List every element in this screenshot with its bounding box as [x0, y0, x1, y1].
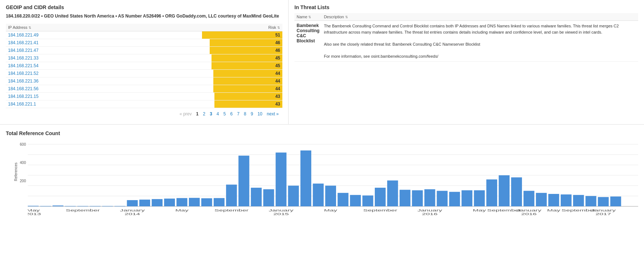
x-axis-label: January2017	[591, 208, 616, 215]
chart-bar[interactable]	[313, 183, 324, 206]
chart-title: Total Reference Count	[6, 130, 638, 136]
risk-cell: 45	[188, 54, 282, 62]
risk-sort-icon[interactable]: ⇅	[277, 26, 280, 30]
page-3[interactable]: 3	[208, 111, 214, 117]
ip-cell[interactable]: 184.168.221.47	[6, 46, 188, 54]
chart-bar[interactable]	[350, 195, 361, 206]
risk-bar: 44	[213, 70, 282, 77]
ip-cell[interactable]: 184.168.221.54	[6, 62, 188, 69]
threat-name-sort-icon[interactable]: ⇅	[308, 15, 311, 19]
ip-cell[interactable]: 184.168.221.33	[6, 54, 188, 62]
chart-bar[interactable]	[115, 206, 126, 206]
chart-bar[interactable]	[610, 196, 621, 206]
chart-bar[interactable]	[375, 188, 386, 206]
chart-bar[interactable]	[523, 191, 534, 206]
geo-info: 184.168.220.0/22 • GEO United States Nor…	[6, 13, 282, 19]
ip-cell[interactable]: 184.168.221.15	[6, 92, 188, 100]
ip-cell[interactable]: 184.168.221.49	[6, 31, 188, 39]
chart-bar[interactable]	[486, 179, 497, 206]
page-6[interactable]: 6	[229, 111, 234, 117]
ip-cell[interactable]: 184.168.221.36	[6, 77, 188, 85]
chart-bar[interactable]	[65, 206, 76, 206]
next-page[interactable]: next »	[265, 111, 280, 117]
chart-bar[interactable]	[288, 186, 299, 206]
chart-bar[interactable]	[412, 190, 423, 206]
chart-bar[interactable]	[53, 206, 64, 206]
risk-bar: 51	[202, 31, 282, 39]
chart-bar[interactable]	[276, 152, 287, 206]
chart-bar[interactable]	[462, 190, 473, 206]
chart-bar[interactable]	[40, 206, 51, 206]
chart-bar[interactable]	[400, 190, 411, 206]
risk-cell: 44	[188, 77, 282, 85]
chart-bar[interactable]	[239, 156, 249, 206]
page-10[interactable]: 10	[256, 111, 264, 117]
threat-panel: In Threat Lists Name ⇅ Description ⇅	[289, 0, 644, 124]
threat-desc-sort-icon[interactable]: ⇅	[345, 15, 348, 19]
chart-bar[interactable]	[561, 194, 572, 206]
chart-bar[interactable]	[102, 206, 113, 206]
x-axis-label: May	[324, 208, 338, 212]
chart-bar[interactable]	[201, 198, 212, 206]
ip-table-row: 184.168.221.3644	[6, 77, 282, 85]
chart-bar[interactable]	[263, 189, 274, 206]
chart-bar[interactable]	[226, 184, 237, 206]
threat-panel-title: In Threat Lists	[294, 4, 638, 10]
main-container: GEOIP and CIDR details 184.168.220.0/22 …	[0, 0, 644, 224]
chart-bar[interactable]	[511, 177, 522, 206]
risk-header: Risk ⇅	[188, 24, 282, 31]
chart-bar[interactable]	[300, 150, 311, 206]
chart-bar[interactable]	[189, 198, 200, 206]
chart-bar[interactable]	[362, 195, 373, 206]
threat-description-cell: The Bambenek Consulting Command and Cont…	[322, 21, 638, 62]
chart-bar[interactable]	[325, 186, 336, 206]
x-axis-label: September	[487, 208, 521, 212]
chart-bar[interactable]	[338, 193, 348, 206]
prev-page[interactable]: « prev	[178, 111, 193, 117]
ip-table-row: 184.168.221.143	[6, 100, 282, 108]
chart-bar[interactable]	[548, 194, 559, 206]
chart-bar[interactable]	[176, 198, 187, 206]
y-axis-container: References 600 400 200	[6, 141, 28, 217]
chart-bar[interactable]	[164, 199, 175, 206]
page-4[interactable]: 4	[215, 111, 221, 117]
ip-cell[interactable]: 184.168.221.41	[6, 39, 188, 46]
chart-bar[interactable]	[387, 180, 398, 206]
ip-cell[interactable]: 184.168.221.52	[6, 69, 188, 77]
chart-bar[interactable]	[499, 175, 510, 206]
risk-cell: 51	[188, 31, 282, 39]
x-axis-label: January2016	[418, 208, 443, 215]
risk-cell: 43	[188, 100, 282, 108]
risk-bar: 44	[213, 85, 282, 92]
chart-bar[interactable]	[437, 191, 448, 206]
ip-sort-icon[interactable]: ⇅	[28, 26, 31, 30]
chart-bar[interactable]	[214, 198, 225, 206]
chart-bar[interactable]	[77, 206, 88, 206]
chart-bar[interactable]	[474, 190, 485, 206]
page-2[interactable]: 2	[201, 111, 207, 117]
chart-bar[interactable]	[449, 192, 460, 206]
chart-bar[interactable]	[127, 200, 138, 206]
ip-cell[interactable]: 184.168.221.56	[6, 85, 188, 92]
x-axis-label: September	[561, 208, 595, 212]
ip-cell[interactable]: 184.168.221.1	[6, 100, 188, 108]
chart-bar[interactable]	[251, 188, 262, 206]
ip-table-row: 184.168.221.4746	[6, 46, 282, 54]
page-5[interactable]: 5	[222, 111, 228, 117]
page-7[interactable]: 7	[236, 111, 241, 117]
threat-table-row: BambenekConsultingC&CBlocklistThe Bamben…	[294, 21, 638, 62]
chart-bar[interactable]	[139, 199, 150, 206]
chart-bar[interactable]	[90, 206, 101, 206]
page-9[interactable]: 9	[249, 111, 255, 117]
chart-bar[interactable]	[424, 189, 435, 206]
x-axis-label: May	[175, 208, 189, 212]
page-8[interactable]: 8	[243, 111, 248, 117]
chart-bar[interactable]	[586, 196, 597, 206]
chart-bar[interactable]	[536, 193, 547, 206]
chart-bar[interactable]	[28, 206, 39, 206]
threat-table: Name ⇅ Description ⇅ BambenekConsultingC…	[294, 13, 638, 62]
chart-bar[interactable]	[573, 195, 584, 206]
chart-bar[interactable]	[598, 197, 609, 206]
ip-table-row: 184.168.221.1543	[6, 92, 282, 100]
chart-bar[interactable]	[152, 199, 163, 206]
